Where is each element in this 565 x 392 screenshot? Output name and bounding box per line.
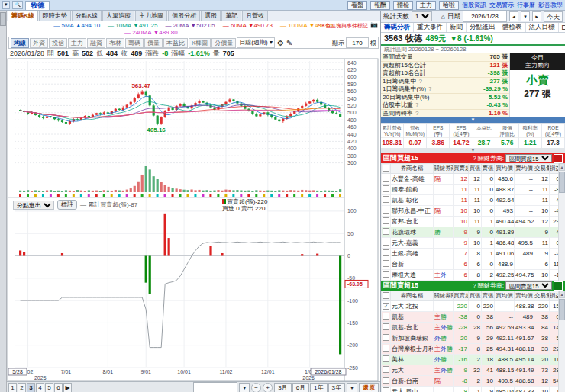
gear-icon[interactable]: ⚙ [277, 39, 284, 47]
range-dropdown-button[interactable]: ▾ [347, 383, 357, 392]
table-row[interactable]: 元大主外勝-93241488.15491.497328 [382, 365, 561, 376]
range-button-3月[interactable]: 3月 [274, 383, 291, 392]
table-row[interactable]: 花旗環球勝990491.89--9-4 [382, 227, 561, 238]
help-icon[interactable]: ? [428, 85, 431, 93]
tab-個股分析[interactable]: 個股分析 [168, 11, 200, 21]
sell-go-button[interactable] [554, 281, 563, 291]
search-dropdown-button[interactable]: ▾ [239, 383, 250, 392]
row-checkbox[interactable] [383, 345, 389, 352]
range-button-1年[interactable]: 1年 [310, 383, 327, 392]
topbar-link-交易警示[interactable]: 交易警示 [489, 1, 514, 9]
row-checkbox[interactable] [383, 249, 389, 256]
restore-button[interactable]: 還原 [359, 383, 379, 392]
help-icon[interactable]: ? [473, 155, 476, 162]
row-checkbox[interactable]: ✓ [383, 303, 389, 310]
chart-btn-本益比[interactable]: 本益比 [163, 38, 188, 48]
zoom-in-button[interactable]: + [263, 383, 273, 392]
chart-btn-分價量[interactable]: 分價量 [211, 38, 236, 48]
zoom-out-button[interactable]: − [251, 383, 261, 392]
topbar-button-體檢[interactable]: 體檢 [393, 1, 413, 10]
kline-chart[interactable]: 6406206005805605405205004804604404204003… [7, 58, 379, 381]
date-prev-button[interactable]: ◂ [509, 11, 518, 21]
table-row[interactable]: 摩根大通主外682492.25494.7510-1 [382, 270, 561, 281]
chart-btn-主力[interactable]: 主力 [68, 38, 86, 48]
collapsed-sidebar[interactable] [0, 11, 7, 392]
collapse-strip-1[interactable]: ▼ [381, 117, 565, 123]
tab-選股[interactable]: 選股 [201, 11, 221, 21]
row-checkbox[interactable] [383, 377, 389, 384]
checkbox-icon[interactable] [383, 292, 389, 299]
page-button-1[interactable]: 1 [8, 383, 17, 392]
row-checkbox[interactable] [383, 355, 389, 362]
menu-dropdown-button[interactable]: ▾ [2, 1, 10, 9]
display-count-input[interactable] [346, 37, 369, 48]
topbar-button-主力[interactable]: 主力 [416, 1, 436, 10]
topbar-button-報酬[interactable]: 報酬 [370, 1, 390, 10]
chart-btn-籌碼[interactable]: 籌碼 [125, 38, 144, 48]
buy-table-scrollbar[interactable]: ▲ [558, 163, 565, 281]
row-checkbox[interactable] [383, 323, 389, 330]
topbar-link-影音教學[interactable]: 影音教學 [538, 1, 563, 9]
row-checkbox[interactable] [383, 387, 389, 392]
collapse-strip-2[interactable]: ▼ [381, 148, 565, 153]
table-row[interactable]: 台灣摩根士丹利主外勝-17825494.31488.183322 [382, 344, 561, 355]
chart-notice[interactable]: ⊙K色區塊與事件標記 [317, 22, 368, 30]
table-row[interactable]: 台新660488.9--6-11 [382, 259, 561, 270]
row-checkbox[interactable] [383, 228, 389, 235]
row-checkbox[interactable] [383, 185, 389, 192]
page-button-6[interactable]: 6 [54, 383, 63, 392]
chart-btn-外資[interactable]: 外資 [30, 38, 48, 48]
pencil-icon[interactable]: ✎ [286, 39, 292, 47]
checkbox-icon[interactable] [383, 165, 389, 172]
chart-btn-K棒圖[interactable]: K棒圖 [189, 38, 211, 48]
page-button-2[interactable]: 2 [18, 383, 26, 392]
row-checkbox[interactable] [383, 334, 389, 341]
table-row[interactable]: 聯邦永昌-中正隔10100493--10-4 [382, 206, 561, 217]
stock-tab[interactable]: 牧德 [25, 1, 50, 10]
row-checkbox[interactable] [383, 175, 389, 182]
table-row[interactable]: 凱基主勝-38038--489380 [382, 312, 561, 323]
tab-法人目標[interactable]: 法人目標 [526, 23, 559, 32]
row-checkbox[interactable] [383, 366, 389, 373]
help-icon[interactable]: ? [473, 282, 476, 289]
tab-即時走勢[interactable]: 即時走勢 [39, 11, 71, 21]
chart-btn-布林[interactable]: 布林 [106, 38, 124, 48]
row-checkbox[interactable] [383, 260, 389, 267]
stat-days-select[interactable]: 1 [412, 11, 432, 21]
page-button-3[interactable]: 3 [27, 383, 35, 392]
row-checkbox[interactable] [383, 196, 389, 203]
symbol-search-input[interactable] [193, 382, 237, 392]
help-icon[interactable]: ? [415, 101, 418, 109]
table-row[interactable]: 美林外勝-16218488.5495.142011 [382, 355, 561, 365]
panel2-annotate-button[interactable]: 標註 [57, 200, 77, 210]
chart-btn-融資[interactable]: 融資 [87, 38, 105, 48]
tab-筆記[interactable]: 筆記 [221, 11, 241, 21]
table-row[interactable]: 凱基-彰化11110492.64--11-4 [382, 195, 561, 206]
row-checkbox[interactable] [383, 271, 389, 278]
tab-分點進出[interactable]: 分點進出 [467, 23, 499, 32]
today-button[interactable]: 今天 [544, 11, 563, 22]
camera-icon[interactable]: 📷 [370, 21, 378, 28]
row-checkbox[interactable] [383, 207, 389, 214]
table-row[interactable]: 國泰-館前11110488.87--11-8 [382, 185, 561, 195]
topbar-link-個股資訊[interactable]: 個股資訊 [462, 1, 486, 9]
tab-籌碼K線[interactable]: 籌碼K線 [8, 11, 38, 21]
date-input[interactable] [463, 11, 507, 22]
page-button-5[interactable]: 5 [45, 383, 53, 392]
tab-新聞[interactable]: 新聞 [447, 23, 467, 32]
sell-filter-select[interactable]: 區間賣超15 [505, 281, 552, 290]
row-checkbox[interactable] [383, 217, 389, 224]
buy-filter-select[interactable]: 區間買超15 [505, 154, 552, 162]
table-row[interactable]: 土銀-高雄781491.064899-2 [382, 249, 561, 259]
table-row[interactable]: 永豐金-高雄隔12120486.6--120 [382, 174, 561, 185]
chart-btn-價量[interactable]: 價量 [144, 38, 163, 48]
period-select[interactable]: 日線(週期) ▾ [237, 37, 275, 48]
sell-table-scrollbar[interactable]: ▲ [558, 291, 565, 392]
tab-大單追蹤[interactable]: 大單追蹤 [102, 11, 134, 21]
table-row[interactable]: ✓元大-北投-2200220--488.38220-15 [382, 301, 561, 312]
search-icon[interactable]: 🔍 [12, 1, 24, 9]
tab-ETF[interactable]: ETF [559, 24, 565, 31]
topbar-button-看盤[interactable]: 看盤 [347, 1, 367, 10]
help-icon[interactable]: ? [415, 110, 418, 117]
tab-體檢表[interactable]: 體檢表 [499, 23, 526, 32]
